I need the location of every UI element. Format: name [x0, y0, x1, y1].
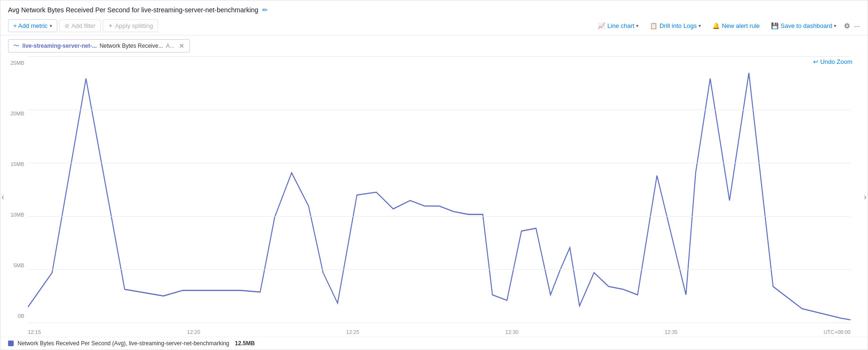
- new-alert-rule-button[interactable]: 🔔 New alert rule: [709, 20, 763, 32]
- metric-tag: 〜 live-streaming-server-net-... Network …: [8, 39, 190, 52]
- line-chart-label: Line chart: [607, 22, 634, 29]
- tag-metric-label: Network Bytes Receive...: [99, 43, 163, 49]
- y-label-25mb: 25MB: [8, 60, 27, 66]
- x-label-timezone: UTC+08:00: [824, 329, 850, 335]
- chart-inner: [28, 56, 850, 323]
- y-label-10mb: 10MB: [8, 212, 27, 218]
- x-label-1220: 12:20: [187, 329, 200, 335]
- edit-icon[interactable]: ✏: [262, 6, 268, 14]
- save-chevron: ▾: [834, 23, 836, 28]
- y-label-0b: 0B: [8, 313, 27, 319]
- toolbar-left: + Add metric ▾ ⊕ Add filter ✦ Apply spli…: [8, 19, 592, 32]
- chart-area: ↩ Undo Zoom ‹ › 25MB 20MB 15MB 10MB 5MB …: [0, 56, 868, 337]
- x-label-1215: 12:15: [28, 329, 41, 335]
- legend-value: 12.5MB: [235, 340, 255, 347]
- legend-bar: Network Bytes Received Per Second (Avg),…: [0, 337, 868, 350]
- main-container: Avg Network Bytes Received Per Second fo…: [0, 0, 868, 350]
- x-label-1225: 12:25: [346, 329, 360, 335]
- chart-nav-left[interactable]: ‹: [1, 192, 4, 201]
- apply-splitting-button[interactable]: ✦ Apply splitting: [103, 19, 158, 32]
- y-label-20mb: 20MB: [8, 111, 27, 116]
- grid-lines: [28, 56, 850, 323]
- title-bar: Avg Network Bytes Received Per Second fo…: [0, 0, 868, 17]
- x-label-1235: 12:35: [664, 329, 678, 335]
- line-chart-button[interactable]: 📈 Line chart ▾: [594, 20, 642, 32]
- tag-close-button[interactable]: ✕: [179, 42, 185, 50]
- drill-logs-chevron: ▾: [699, 23, 701, 28]
- add-metric-label: + Add metric: [13, 22, 48, 29]
- y-axis: 25MB 20MB 15MB 10MB 5MB 0B: [8, 56, 27, 323]
- y-label-15mb: 15MB: [8, 161, 27, 167]
- line-chart-icon: 📈: [598, 22, 605, 29]
- logs-icon: 📋: [650, 22, 657, 29]
- chart-wrapper: 25MB 20MB 15MB 10MB 5MB 0B: [8, 56, 860, 337]
- more-options-icon[interactable]: ···: [854, 22, 860, 30]
- add-metric-chevron: ▾: [50, 23, 52, 28]
- x-label-1230: 12:30: [505, 329, 519, 335]
- add-metric-button[interactable]: + Add metric ▾: [8, 19, 57, 32]
- toolbar-right: 📈 Line chart ▾ 📋 Drill into Logs ▾ 🔔 New…: [594, 20, 860, 32]
- page-title: Avg Network Bytes Received Per Second fo…: [8, 6, 258, 14]
- chart-nav-right[interactable]: ›: [864, 192, 867, 201]
- add-filter-label: Add filter: [71, 22, 96, 29]
- line-chart-chevron: ▾: [636, 23, 638, 28]
- new-alert-label: New alert rule: [722, 22, 760, 29]
- tag-series-icon: 〜: [13, 42, 19, 50]
- settings-icon[interactable]: ⚙: [844, 22, 850, 30]
- split-icon: ✦: [108, 22, 113, 29]
- y-label-5mb: 5MB: [8, 262, 27, 268]
- save-dashboard-label: Save to dashboard: [780, 22, 832, 29]
- add-filter-button[interactable]: ⊕ Add filter: [59, 19, 101, 32]
- tag-server-label: live-streaming-server-net-...: [22, 43, 97, 49]
- tag-extra-label: A...: [166, 43, 174, 49]
- drill-logs-label: Drill into Logs: [659, 22, 697, 29]
- x-axis: 12:15 12:20 12:25 12:30 12:35 UTC+08:00: [28, 329, 850, 335]
- apply-splitting-label: Apply splitting: [115, 22, 153, 29]
- legend-color-box: [8, 341, 14, 346]
- filter-icon: ⊕: [64, 22, 70, 29]
- alert-icon: 🔔: [712, 22, 720, 29]
- drill-into-logs-button[interactable]: 📋 Drill into Logs ▾: [646, 20, 705, 32]
- save-to-dashboard-button[interactable]: 💾 Save to dashboard ▾: [767, 20, 840, 32]
- legend-label: Network Bytes Received Per Second (Avg),…: [18, 340, 229, 347]
- save-icon: 💾: [771, 22, 779, 29]
- tag-bar: 〜 live-streaming-server-net-... Network …: [0, 35, 868, 56]
- toolbar: + Add metric ▾ ⊕ Add filter ✦ Apply spli…: [0, 17, 868, 35]
